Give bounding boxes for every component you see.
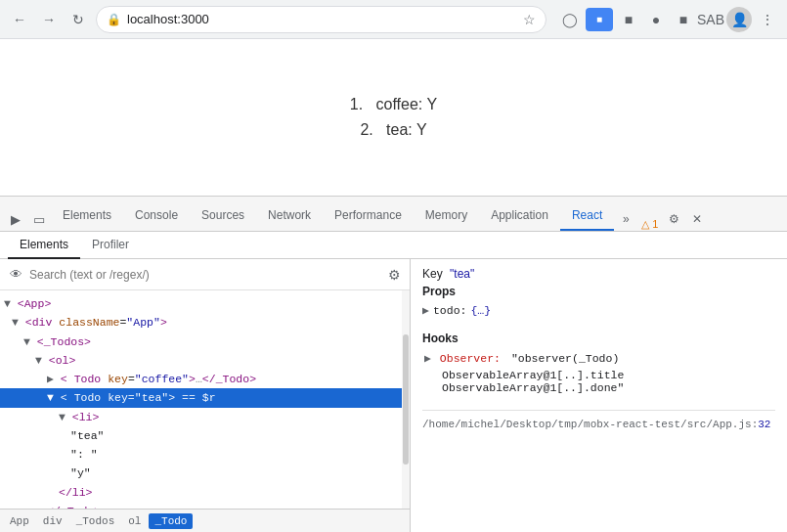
key-label: Key [422,267,443,281]
forward-button[interactable]: → [37,8,61,31]
tab-sources[interactable]: Sources [190,201,256,231]
breadcrumb-ol[interactable]: ol [122,513,147,529]
sub-tab-bar: Elements Profiler [0,232,787,259]
tab-memory[interactable]: Memory [414,201,479,231]
lock-icon: 🔒 [107,13,121,26]
scrollbar[interactable] [402,290,410,509]
props-section: Props ▶ todo: {…} [422,285,775,320]
tab-elements[interactable]: Elements [51,201,123,231]
breadcrumb-bar: App div _Todos ol _Todo [0,509,410,532]
settings-icon[interactable]: ⚙ [384,265,404,285]
warning-badge: △ 1 [637,218,662,231]
avatar-button[interactable]: 👤 [726,7,752,32]
tree-line[interactable]: ▶ < Todo key="coffee">…</_Todo> [0,370,410,388]
hooks-label: Hooks [422,332,775,345]
tree-line[interactable]: ▼ <_Todos> [0,332,410,351]
menu-button[interactable]: ⋮ [756,8,779,31]
expand-todo-icon[interactable]: ▶ [422,302,429,320]
sub-tab-profiler[interactable]: Profiler [80,232,141,259]
list-item-2: 2. tea: Y [350,117,437,143]
eye-icon[interactable]: 👁 [6,265,25,285]
breadcrumb-todo[interactable]: _Todo [149,513,193,529]
tree-line[interactable]: "tea" [0,426,410,445]
prop-todo: ▶ todo: {…} [422,302,775,320]
star-icon: ☆ [523,12,536,27]
tree-line[interactable]: ": " [0,445,410,464]
element-picker-icon[interactable]: ▶ [4,207,27,231]
list-item-1: 1. coffee: Y [350,92,437,117]
device-toggle-icon[interactable]: ▭ [27,207,51,231]
props-label: Props [422,285,775,298]
breadcrumb-div[interactable]: div [37,513,68,529]
key-value: "tea" [450,267,474,281]
tree-line[interactable]: "y" [0,464,410,482]
expand-hook-icon[interactable]: ▶ [424,352,431,365]
tab-react[interactable]: React [560,201,614,231]
search-input[interactable] [29,268,380,282]
item-text-2: tea: Y [386,121,427,138]
hook-observer: ▶ Observer: "observer(_Todo) [422,349,775,369]
tree-line-selected[interactable]: ▼ < Todo key="tea"> == $r [0,388,410,407]
code-tree: ▼ <App> ▼ <div className="App"> ▼ <_Todo… [0,290,410,509]
browser-chrome: ← → ↻ 🔒 localhost:3000 ☆ ◯ ■ ■ ● ■ SAB 👤… [0,0,787,39]
tree-line[interactable]: ▼ <div className="App"> [0,313,410,332]
toolbar-btn-3[interactable]: ■ [617,8,640,31]
scroll-thumb[interactable] [403,334,409,466]
tree-line[interactable]: ▼ <ol> [0,351,410,370]
address-bar[interactable]: 🔒 localhost:3000 ☆ [96,6,547,33]
tab-network[interactable]: Network [256,201,323,231]
refresh-button[interactable]: ↻ [66,8,90,31]
devtools-settings-icon[interactable]: ⚙ [662,207,685,231]
right-panel: Key "tea" Props ▶ todo: {…} Hooks ▶ Obse… [411,259,787,532]
toolbar-btn-4[interactable]: ● [644,8,668,31]
more-tabs-icon[interactable]: » [614,207,637,231]
tree-line[interactable]: </_Todo> [0,502,410,509]
line-number: 32 [758,419,770,430]
back-button[interactable]: ← [8,8,31,31]
toolbar: ◯ ■ ■ ● ■ SAB 👤 ⋮ [558,7,779,32]
tree-line[interactable]: ▼ <li> [0,408,410,426]
toolbar-btn-1[interactable]: ◯ [558,8,582,31]
file-path: /home/michel/Desktop/tmp/mobx-react-test… [422,410,775,430]
url-text: localhost:3000 [127,12,517,26]
sub-tab-elements[interactable]: Elements [8,232,80,259]
breadcrumb-app[interactable]: App [4,513,35,529]
item-text-1: coffee: Y [376,96,438,112]
toolbar-btn-5[interactable]: ■ [672,8,695,31]
prop-val-todo: {…} [470,302,491,320]
hook-observable-2: ObservableArray@1[..].done" [422,381,775,394]
page-list: 1. coffee: Y 2. tea: Y [350,92,437,142]
search-bar: 👁 ⚙ [0,259,410,290]
item-num-1: 1. [350,96,363,112]
key-section: Key "tea" [422,267,775,281]
breadcrumb-todos[interactable]: _Todos [70,513,121,529]
devtools-panel: ▶ ▭ Elements Console Sources Network Per… [0,196,787,532]
hook-name: Observer: [440,352,501,365]
hooks-section: Hooks ▶ Observer: "observer(_Todo) Obser… [422,332,775,394]
hook-observable-1: ObservableArray@1[..].title [422,369,775,381]
tab-console[interactable]: Console [123,201,190,231]
left-panel: 👁 ⚙ ▼ <App> ▼ <div className="App"> ▼ <_… [0,259,411,532]
item-num-2: 2. [360,121,372,138]
toolbar-btn-2[interactable]: ■ [586,8,613,31]
tab-application[interactable]: Application [479,201,560,231]
tree-line[interactable]: ▼ <App> [0,294,410,313]
devtools-tab-bar: ▶ ▭ Elements Console Sources Network Per… [0,197,787,232]
devtools-body: 👁 ⚙ ▼ <App> ▼ <div className="App"> ▼ <_… [0,259,787,532]
devtools-close-icon[interactable]: ✕ [685,207,709,231]
prop-key-todo: todo: [433,302,467,320]
page-content: 1. coffee: Y 2. tea: Y [0,39,787,196]
tree-line[interactable]: </li> [0,483,410,502]
hook-val: "observer(_Todo) [511,352,619,365]
toolbar-btn-6[interactable]: SAB [699,8,722,31]
tab-performance[interactable]: Performance [323,201,414,231]
